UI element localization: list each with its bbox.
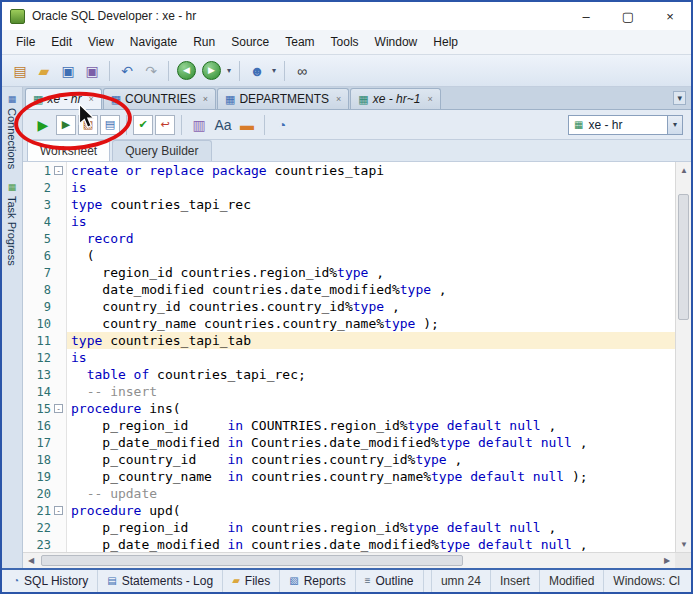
menu-source[interactable]: Source [223, 32, 277, 52]
tab-xe-hr[interactable]: ▦xe - hr× [25, 88, 102, 109]
explain-plan-button[interactable]: ▤ [100, 115, 120, 135]
maximize-button[interactable]: ▢ [607, 2, 649, 30]
connection-selector[interactable]: ▦ xe - hr ▾ [568, 115, 683, 135]
tab-list-dropdown[interactable]: ▾ [673, 91, 686, 105]
connection-dropdown-icon[interactable]: ▾ [668, 115, 683, 135]
status-outline[interactable]: ≡Outline [356, 570, 424, 592]
tab-close-icon[interactable]: × [203, 94, 208, 104]
code-line[interactable]: record [67, 230, 675, 247]
code-line[interactable]: p_date_modified in Countries.date_modifi… [67, 434, 675, 451]
menu-view[interactable]: View [80, 32, 122, 52]
commit-button[interactable]: ✔ [133, 115, 153, 135]
minimize-button[interactable]: – [565, 2, 607, 30]
code-token: type [439, 435, 470, 450]
menu-team[interactable]: Team [277, 32, 322, 52]
code-line[interactable]: region_id countries.region_id%type , [67, 264, 675, 281]
vertical-scroll-track[interactable] [676, 178, 691, 536]
title-bar[interactable]: Oracle SQL Developer : xe - hr – ▢ × [2, 2, 691, 30]
to-upper-lower-button[interactable]: Aa [212, 114, 234, 136]
explain-plan-icon: ▤ [105, 119, 115, 130]
tab-close-icon[interactable]: × [427, 94, 432, 104]
horizontal-scroll-thumb[interactable] [41, 555, 463, 566]
code-line[interactable]: p_region_id in countries.region_id%type … [67, 519, 675, 536]
connections-button[interactable]: ☻ [246, 60, 268, 82]
code-line[interactable]: country_id countries.country_id%type , [67, 298, 675, 315]
tab-close-icon[interactable]: × [88, 94, 93, 104]
tab-close-icon[interactable]: × [336, 94, 341, 104]
fold-toggle[interactable]: - [51, 166, 66, 175]
code-line[interactable]: country_name countries.country_name%type… [67, 315, 675, 332]
close-button[interactable]: × [649, 2, 691, 30]
horizontal-scroll-track[interactable] [39, 553, 659, 568]
code-line[interactable]: -- update [67, 485, 675, 502]
new-file-button[interactable]: ▤ [9, 60, 31, 82]
vertical-scrollbar[interactable]: ▲ ▼ [675, 162, 691, 552]
back-button[interactable]: ◀ [177, 61, 196, 80]
menu-file[interactable]: File [8, 32, 43, 52]
forward-button[interactable]: ▶ [202, 61, 221, 80]
code-line[interactable]: ( [67, 247, 675, 264]
code-line[interactable]: date_modified countries.date_modified%ty… [67, 281, 675, 298]
code-line[interactable]: is [67, 179, 675, 196]
undo-button[interactable]: ↶ [116, 60, 138, 82]
gutter-line: 23 [23, 536, 66, 552]
code-line[interactable]: procedure ins( [67, 400, 675, 417]
menu-run[interactable]: Run [185, 32, 223, 52]
code-line[interactable]: type countries_tapi_rec [67, 196, 675, 213]
vertical-scroll-thumb[interactable] [678, 194, 689, 320]
sql-history-button[interactable]: ◔ [271, 114, 293, 136]
run-statement-button[interactable]: ▶ [32, 114, 54, 136]
horizontal-scrollbar[interactable]: ◀ ▶ [23, 552, 691, 568]
code-line[interactable]: -- insert [67, 383, 675, 400]
tab-countries[interactable]: ▦COUNTRIES× [103, 88, 216, 109]
code-line[interactable]: table of countries_tapi_rec; [67, 366, 675, 383]
find-button[interactable]: ∞ [291, 60, 313, 82]
menu-help[interactable]: Help [425, 32, 466, 52]
dock-tab-connections[interactable]: ▦Connections [6, 95, 18, 169]
subtab-query-builder[interactable]: Query Builder [112, 140, 211, 161]
autotrace-button[interactable]: ▧ [78, 115, 98, 135]
menu-edit[interactable]: Edit [43, 32, 80, 52]
status-sql-history[interactable]: ◔SQL History [4, 570, 98, 592]
fold-toggle[interactable]: - [51, 506, 66, 515]
redo-button[interactable]: ↷ [140, 60, 162, 82]
status-reports[interactable]: ▧Reports [280, 570, 355, 592]
code-line[interactable]: is [67, 213, 675, 230]
code-line[interactable]: procedure upd( [67, 502, 675, 519]
run-script-button[interactable]: ▶ [56, 115, 76, 135]
code-line[interactable]: p_country_name in countries.country_name… [67, 468, 675, 485]
scroll-left-icon[interactable]: ◀ [23, 553, 39, 569]
unshared-worksheet-button[interactable]: ▥ [188, 114, 210, 136]
status-statements-log[interactable]: ▤Statements - Log [98, 570, 223, 592]
connection-box[interactable]: ▦ xe - hr [568, 115, 668, 135]
connections-dropdown-icon[interactable]: ▾ [269, 66, 279, 75]
toolbar-separator [181, 115, 182, 135]
code-lines[interactable]: create or replace package countries_tapi… [67, 162, 675, 552]
code-line[interactable]: is [67, 349, 675, 366]
fold-toggle[interactable]: - [51, 404, 66, 413]
open-folder-button[interactable]: ▰ [33, 60, 55, 82]
menu-navigate[interactable]: Navigate [122, 32, 185, 52]
dock-tab-task-progress[interactable]: ▦Task Progress [6, 183, 18, 266]
code-line[interactable]: p_region_id in COUNTRIES.region_id%type … [67, 417, 675, 434]
code-line[interactable]: create or replace package countries_tapi [67, 162, 675, 179]
forward-dropdown-icon[interactable]: ▾ [224, 66, 234, 75]
status-files[interactable]: ▰Files [223, 570, 280, 592]
save-button[interactable]: ▣ [57, 60, 79, 82]
clear-button[interactable]: ▬ [236, 114, 258, 136]
subtab-worksheet[interactable]: Worksheet [27, 140, 110, 161]
files-icon: ▰ [232, 576, 240, 586]
scroll-down-icon[interactable]: ▼ [676, 536, 691, 552]
scroll-up-icon[interactable]: ▲ [676, 162, 691, 178]
menu-window[interactable]: Window [367, 32, 426, 52]
menu-tools[interactable]: Tools [323, 32, 367, 52]
save-all-button[interactable]: ▣ [81, 60, 103, 82]
rollback-button[interactable]: ↩ [155, 115, 175, 135]
tab-xe-hr-1[interactable]: ▦xe - hr~1× [350, 88, 440, 109]
tab-departments[interactable]: ▦DEPARTMENTS× [217, 88, 349, 109]
code-editor[interactable]: 1-23456789101112131415-161718192021-2223… [23, 162, 691, 552]
scroll-right-icon[interactable]: ▶ [659, 553, 675, 569]
code-line[interactable]: type countries_tapi_tab [67, 332, 675, 349]
code-line[interactable]: p_country_id in countries.country_id%typ… [67, 451, 675, 468]
code-line[interactable]: p_date_modified in countries.date_modifi… [67, 536, 675, 552]
